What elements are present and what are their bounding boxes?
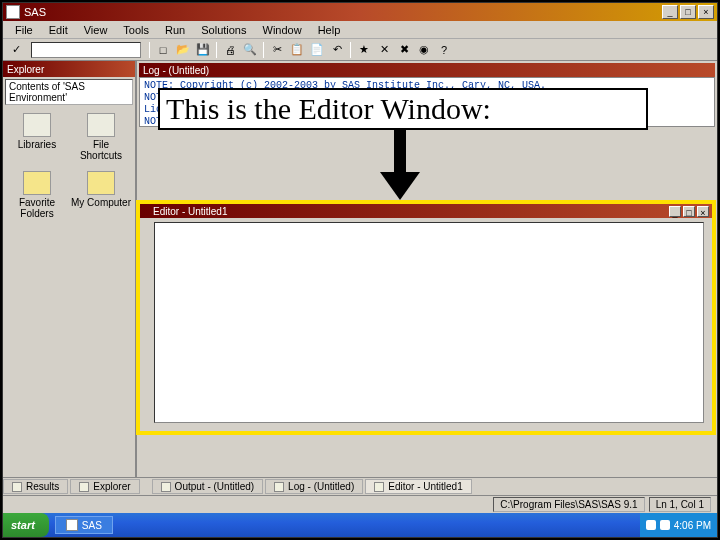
tab-output[interactable]: Output - (Untitled) (152, 479, 263, 494)
tab-results[interactable]: Results (3, 479, 68, 494)
menu-solutions[interactable]: Solutions (193, 22, 254, 38)
tab-label: Explorer (93, 481, 130, 492)
log-icon (274, 482, 284, 492)
windows-taskbar: start SAS 4:06 PM (3, 513, 717, 537)
log-window-title: Log - (Untitled) (139, 63, 715, 77)
help-icon[interactable]: ◉ (415, 41, 433, 59)
new-icon[interactable]: □ (154, 41, 172, 59)
explorer-header: Contents of 'SAS Environment' (5, 79, 133, 105)
toolbar-separator (216, 42, 217, 58)
editor-titlebar: Editor - Untitled1 _ □ × (140, 204, 712, 218)
check-icon[interactable]: ✓ (7, 41, 25, 59)
clear-icon[interactable]: ✕ (375, 41, 393, 59)
annotation-box: This is the Editor Window: (158, 88, 648, 130)
tray-icon (660, 520, 670, 530)
explorer-body: Libraries File Shortcuts Favorite Folder… (3, 107, 135, 477)
explorer-item-favorite-folders[interactable]: Favorite Folders (7, 171, 67, 225)
taskbar-task-sas[interactable]: SAS (55, 516, 113, 534)
cut-icon[interactable]: ✂ (268, 41, 286, 59)
annotation-arrow-icon (380, 128, 420, 200)
explorer-item-label: My Computer (71, 197, 131, 208)
command-input[interactable] (31, 42, 141, 58)
menu-help[interactable]: Help (310, 22, 349, 38)
menubar: File Edit View Tools Run Solutions Windo… (3, 21, 717, 39)
status-path: C:\Program Files\SAS\SAS 9.1 (493, 497, 644, 512)
explorer-sidebar: Explorer Contents of 'SAS Environment' L… (3, 61, 137, 477)
results-icon (12, 482, 22, 492)
tab-label: Output - (Untitled) (175, 481, 254, 492)
editor-text-area[interactable] (154, 222, 704, 423)
tab-explorer[interactable]: Explorer (70, 479, 139, 494)
tab-editor[interactable]: Editor - Untitled1 (365, 479, 471, 494)
explorer-title: Explorer (3, 61, 135, 77)
svg-rect-0 (394, 128, 406, 172)
web-icon[interactable]: ? (435, 41, 453, 59)
status-cursor-position: Ln 1, Col 1 (649, 497, 711, 512)
tray-icon (646, 520, 656, 530)
break-icon[interactable]: ✖ (395, 41, 413, 59)
app-icon (6, 5, 20, 19)
editor-icon (143, 206, 153, 216)
editor-window: Editor - Untitled1 _ □ × (136, 200, 716, 435)
annotation-text: This is the Editor Window: (166, 92, 491, 125)
open-icon[interactable]: 📂 (174, 41, 192, 59)
explorer-item-label: Favorite Folders (7, 197, 67, 219)
menu-file[interactable]: File (7, 22, 41, 38)
copy-icon[interactable]: 📋 (288, 41, 306, 59)
editor-maximize-button[interactable]: □ (683, 206, 695, 217)
minimize-button[interactable]: _ (662, 5, 678, 19)
menu-window[interactable]: Window (255, 22, 310, 38)
explorer-icon (79, 482, 89, 492)
save-icon[interactable]: 💾 (194, 41, 212, 59)
app-title: SAS (24, 6, 46, 18)
menu-run[interactable]: Run (157, 22, 193, 38)
my-computer-icon (87, 171, 115, 195)
start-button[interactable]: start (3, 513, 49, 537)
editor-close-button[interactable]: × (697, 206, 709, 217)
submit-icon[interactable]: ★ (355, 41, 373, 59)
print-icon[interactable]: 🖨 (221, 41, 239, 59)
preview-icon[interactable]: 🔍 (241, 41, 259, 59)
menu-tools[interactable]: Tools (115, 22, 157, 38)
svg-marker-1 (380, 172, 420, 200)
paste-icon[interactable]: 📄 (308, 41, 326, 59)
close-button[interactable]: × (698, 5, 714, 19)
favorite-folders-icon (23, 171, 51, 195)
file-shortcuts-icon (87, 113, 115, 137)
libraries-icon (23, 113, 51, 137)
titlebar: SAS _ □ × (3, 3, 717, 21)
task-label: SAS (82, 520, 102, 531)
tab-log[interactable]: Log - (Untitled) (265, 479, 363, 494)
output-icon (161, 482, 171, 492)
tab-label: Results (26, 481, 59, 492)
toolbar-separator (350, 42, 351, 58)
tray-clock: 4:06 PM (674, 520, 711, 531)
toolbar-separator (263, 42, 264, 58)
maximize-button[interactable]: □ (680, 5, 696, 19)
menu-view[interactable]: View (76, 22, 116, 38)
menu-edit[interactable]: Edit (41, 22, 76, 38)
editor-title-text: Editor - Untitled1 (153, 206, 227, 217)
tab-label: Log - (Untitled) (288, 481, 354, 492)
explorer-item-my-computer[interactable]: My Computer (71, 171, 131, 225)
system-tray[interactable]: 4:06 PM (640, 513, 717, 537)
toolbar-separator (149, 42, 150, 58)
sas-task-icon (66, 519, 78, 531)
explorer-item-libraries[interactable]: Libraries (7, 113, 67, 167)
editor-icon (374, 482, 384, 492)
tab-label: Editor - Untitled1 (388, 481, 462, 492)
bottom-tab-bar: Results Explorer Output - (Untitled) Log… (3, 477, 717, 495)
start-label: start (11, 519, 35, 531)
undo-icon[interactable]: ↶ (328, 41, 346, 59)
explorer-item-label: Libraries (18, 139, 56, 150)
explorer-item-file-shortcuts[interactable]: File Shortcuts (71, 113, 131, 167)
editor-minimize-button[interactable]: _ (669, 206, 681, 217)
explorer-item-label: File Shortcuts (71, 139, 131, 161)
statusbar: C:\Program Files\SAS\SAS 9.1 Ln 1, Col 1 (3, 495, 717, 513)
toolbar: ✓ □ 📂 💾 🖨 🔍 ✂ 📋 📄 ↶ ★ ✕ ✖ ◉ ? (3, 39, 717, 61)
